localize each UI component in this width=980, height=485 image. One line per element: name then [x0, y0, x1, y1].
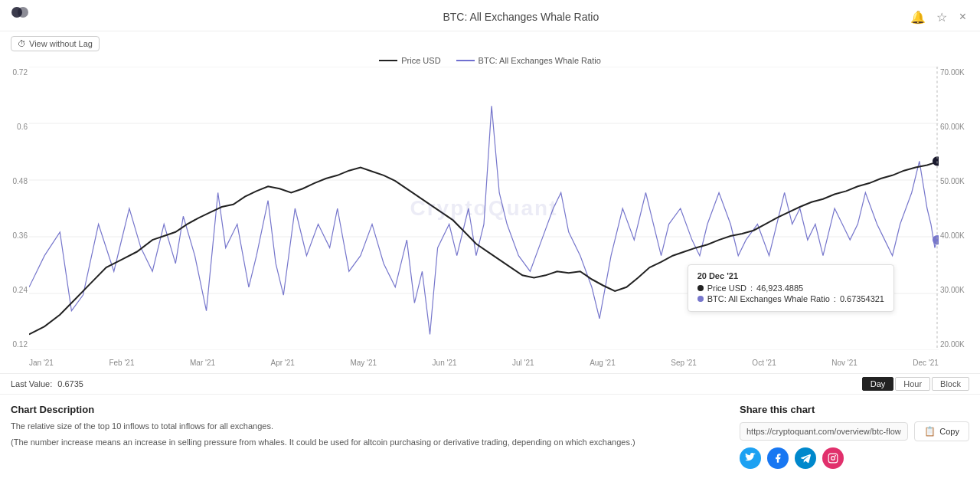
svg-point-1: [18, 7, 28, 18]
chart-area: 0.72 0.6 0.48 0.36 0.24 0.12 70.00K 60.0…: [0, 67, 980, 373]
copy-button[interactable]: 📋 Copy: [914, 421, 969, 441]
chart-description: Chart Description The relative size of t…: [11, 404, 717, 469]
legend-label-whale: BTC: All Exchanges Whale Ratio: [479, 56, 601, 65]
left-axis-label-6: 0.12: [0, 340, 28, 349]
clock-icon: ⏱: [18, 39, 26, 48]
last-value-label: Last Value:: [11, 379, 52, 388]
logo: [11, 6, 29, 28]
header-right: 🔔 ☆ ×: [909, 8, 969, 26]
description-text-1: The relative size of the top 10 inflows …: [11, 420, 717, 433]
svg-point-13: [835, 455, 836, 457]
x-label-nov: Nov '21: [831, 359, 858, 367]
bottom-section: Chart Description The relative size of t…: [0, 394, 980, 478]
right-axis-label-2: 60.00K: [940, 123, 978, 131]
svg-point-8: [933, 157, 939, 165]
header-title: BTC: All Exchanges Whale Ratio: [133, 11, 909, 23]
star-icon[interactable]: ☆: [935, 8, 949, 26]
x-label-feb: Feb '21: [109, 359, 134, 367]
x-label-sep: Sep '21: [671, 359, 697, 367]
header: BTC: All Exchanges Whale Ratio 🔔 ☆ ×: [0, 0, 980, 31]
notification-icon[interactable]: 🔔: [909, 8, 927, 26]
bottom-bar: Last Value: 0.6735 Day Hour Block: [0, 373, 980, 394]
right-axis-label-3: 50.00K: [940, 177, 978, 185]
left-axis-label-1: 0.72: [0, 68, 28, 77]
header-left: [11, 6, 133, 28]
x-label-may: May '21: [350, 359, 377, 367]
legend-line-price: [379, 60, 397, 61]
share-section: Share this chart 📋 Copy: [740, 404, 969, 469]
share-title: Share this chart: [740, 404, 969, 415]
left-axis-label-2: 0.6: [0, 123, 28, 131]
legend-item-price: Price USD: [379, 56, 440, 65]
last-value-section: Last Value: 0.6735: [11, 379, 83, 388]
x-label-mar: Mar '21: [190, 359, 215, 367]
time-btn-block[interactable]: Block: [932, 377, 969, 391]
x-label-jul: Jul '21: [512, 359, 534, 367]
svg-point-12: [831, 457, 835, 460]
x-label-aug: Aug '21: [590, 359, 616, 367]
telegram-icon[interactable]: [795, 447, 816, 469]
description-text-2: (The number increase means an increase i…: [11, 436, 717, 449]
legend-item-whale: BTC: All Exchanges Whale Ratio: [456, 56, 601, 65]
copy-label: Copy: [939, 427, 959, 436]
close-button[interactable]: ×: [956, 8, 969, 25]
right-axis-label-5: 30.00K: [940, 286, 978, 294]
right-axis-label-6: 20.00K: [940, 340, 978, 349]
right-axis: 70.00K 60.00K 50.00K 40.00K 30.00K 20.00…: [940, 67, 978, 350]
left-axis-label-5: 0.24: [0, 286, 28, 294]
time-btn-hour[interactable]: Hour: [895, 377, 930, 391]
time-buttons: Day Hour Block: [862, 377, 969, 391]
svg-point-9: [933, 236, 939, 244]
x-label-jun: Jun '21: [433, 359, 457, 367]
left-axis-label-3: 0.48: [0, 177, 28, 185]
copy-icon: 📋: [924, 426, 936, 437]
chart-legend: Price USD BTC: All Exchanges Whale Ratio: [0, 53, 980, 67]
svg-rect-11: [828, 454, 838, 463]
x-label-apr: Apr '21: [271, 359, 295, 367]
legend-line-whale: [456, 60, 475, 61]
twitter-icon[interactable]: [740, 447, 761, 469]
time-btn-day[interactable]: Day: [862, 377, 894, 391]
last-value: 0.6735: [57, 379, 83, 388]
share-url-row: 📋 Copy: [740, 421, 969, 441]
legend-label-price: Price USD: [401, 56, 440, 65]
x-label-dec: Dec '21: [913, 359, 939, 367]
chart-plot: CryptoQuant 20 Dec '21 Price USD : 46,92…: [29, 67, 939, 350]
instagram-icon[interactable]: [822, 447, 844, 469]
right-axis-label-4: 40.00K: [940, 231, 978, 240]
x-axis: Jan '21 Feb '21 Mar '21 Apr '21 May '21 …: [29, 352, 939, 373]
x-label-jan: Jan '21: [29, 359, 54, 367]
social-icons: [740, 447, 969, 469]
share-url-input[interactable]: [740, 422, 908, 441]
left-axis: 0.72 0.6 0.48 0.36 0.24 0.12: [0, 67, 28, 350]
facebook-icon[interactable]: [767, 447, 789, 469]
toolbar: ⏱ View without Lag: [0, 31, 980, 53]
description-title: Chart Description: [11, 404, 717, 415]
right-axis-label-1: 70.00K: [940, 68, 978, 77]
left-axis-label-4: 0.36: [0, 231, 28, 240]
view-without-lag-button[interactable]: ⏱ View without Lag: [11, 36, 100, 51]
x-label-oct: Oct '21: [752, 359, 776, 367]
view-without-lag-label: View without Lag: [29, 39, 93, 48]
